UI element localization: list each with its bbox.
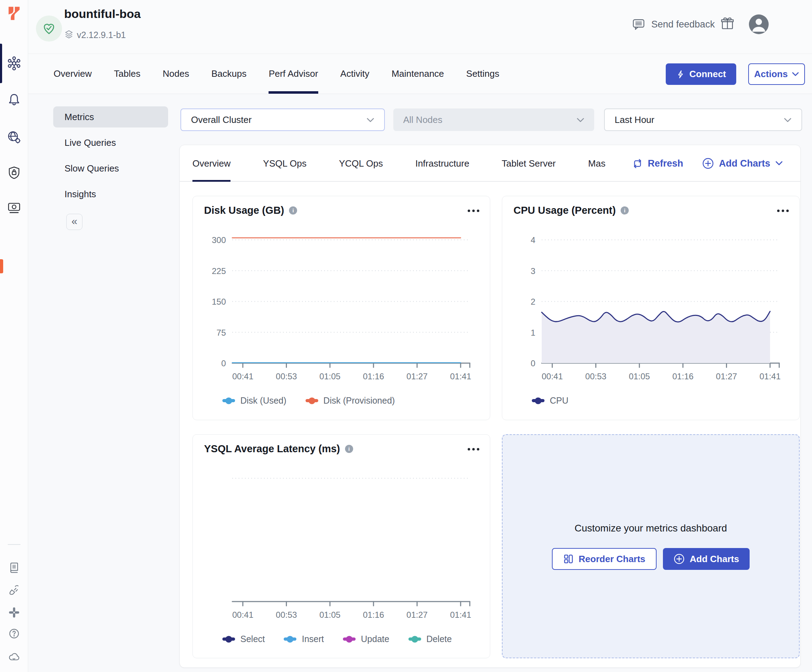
svg-text:01:16: 01:16	[363, 372, 384, 381]
cluster-scope-value: Overall Cluster	[191, 114, 252, 125]
cluster-name: bountiful-boa	[64, 7, 141, 21]
legend-label: Disk (Provisioned)	[324, 396, 395, 406]
legend-item-disk-provisioned-[interactable]: Disk (Provisioned)	[305, 396, 395, 406]
legend-item-insert[interactable]: Insert	[284, 634, 324, 644]
refresh-label: Refresh	[648, 158, 683, 169]
add-charts-dropdown-button[interactable]: Add Charts	[702, 145, 783, 182]
svg-text:01:05: 01:05	[629, 372, 650, 381]
sidenav-item-insights[interactable]: Insights	[53, 184, 168, 205]
yugabyte-logo-icon[interactable]	[5, 4, 23, 22]
refresh-icon	[631, 158, 643, 169]
metrics-tab-tablet-server[interactable]: Tablet Server	[502, 145, 556, 182]
metrics-tab-ycql-ops[interactable]: YCQL Ops	[339, 145, 383, 182]
chart-title: CPU Usage (Percent)	[513, 205, 616, 216]
actions-button[interactable]: Actions	[748, 63, 805, 85]
metrics-panel: OverviewYSQL OpsYCQL OpsInfrastructureTa…	[179, 145, 801, 668]
svg-text:01:27: 01:27	[716, 372, 737, 381]
info-icon[interactable]	[289, 206, 297, 214]
tab-activity[interactable]: Activity	[340, 54, 369, 94]
send-feedback-button[interactable]: Send feedback	[631, 15, 715, 34]
ysql-latency-chart-card: YSQL Average Latency (ms) 00:4100:5301:0…	[193, 434, 490, 658]
legend-item-update[interactable]: Update	[343, 634, 389, 644]
tab-settings[interactable]: Settings	[466, 54, 500, 94]
legend-label: Delete	[426, 634, 452, 644]
cpu-usage-plot: 0123400:4100:5301:0501:1601:2701:41	[502, 229, 784, 388]
metrics-tab-overview[interactable]: Overview	[193, 145, 230, 182]
rail-divider	[8, 544, 20, 545]
add-charts-label: Add Charts	[690, 554, 739, 565]
cloud-shell-icon[interactable]	[6, 649, 22, 664]
disk-usage-plot: 07515022530000:4100:5301:0501:1601:2701:…	[193, 229, 475, 388]
legend-label: Select	[241, 634, 265, 644]
left-edge-accent-tab[interactable]	[0, 259, 3, 273]
legend-item-select[interactable]: Select	[222, 634, 265, 644]
cluster-scope-select[interactable]: Overall Cluster	[181, 109, 385, 131]
info-icon[interactable]	[621, 206, 629, 214]
network-globe-gear-icon[interactable]	[6, 129, 22, 145]
legend-item-cpu[interactable]: CPU	[532, 396, 568, 406]
chevron-down-icon	[792, 72, 799, 77]
sidenav-item-metrics[interactable]: Metrics	[53, 106, 168, 128]
tab-perf-advisor[interactable]: Perf Advisor	[269, 54, 318, 94]
legend-label: Insert	[302, 634, 324, 644]
time-range-select[interactable]: Last Hour	[604, 109, 802, 131]
connect-button[interactable]: Connect	[666, 63, 736, 85]
integrations-plug-icon[interactable]	[6, 582, 22, 598]
user-avatar[interactable]	[749, 14, 769, 34]
svg-text:00:53: 00:53	[276, 372, 297, 381]
legend-marker	[532, 399, 544, 402]
lightning-icon	[676, 70, 685, 79]
metrics-tab-infrastructure[interactable]: Infrastructure	[415, 145, 469, 182]
billing-banknote-icon[interactable]	[6, 200, 22, 216]
metrics-tab-ysql-ops[interactable]: YSQL Ops	[263, 145, 306, 182]
docs-book-icon[interactable]	[6, 560, 22, 575]
legend-item-delete[interactable]: Delete	[408, 634, 452, 644]
svg-text:00:41: 00:41	[542, 372, 563, 381]
connect-label: Connect	[689, 69, 726, 80]
cluster-tab-bar: OverviewTablesNodesBackupsPerf AdvisorAc…	[28, 54, 812, 94]
app-window: bountiful-boa v2.12.9.1-b1 Send feedback	[0, 0, 812, 672]
security-shield-lock-icon[interactable]	[6, 165, 22, 180]
svg-text:2: 2	[531, 297, 536, 306]
customize-dashboard-panel: Customize your metrics dashboard Reorder…	[502, 434, 800, 658]
chart-title: Disk Usage (GB)	[204, 205, 284, 216]
refresh-button[interactable]: Refresh	[631, 145, 683, 182]
svg-text:150: 150	[212, 297, 226, 306]
ysql-latency-plot: 00:4100:5301:0501:1601:2701:41	[193, 468, 475, 627]
reorder-charts-label: Reorder Charts	[579, 554, 645, 565]
tab-maintenance[interactable]: Maintenance	[392, 54, 444, 94]
cluster-version: v2.12.9.1-b1	[77, 30, 126, 40]
sidenav-item-live-queries[interactable]: Live Queries	[53, 132, 168, 153]
tab-tables[interactable]: Tables	[114, 54, 140, 94]
add-charts-button[interactable]: Add Charts	[663, 548, 750, 570]
tab-nodes[interactable]: Nodes	[163, 54, 189, 94]
svg-text:01:05: 01:05	[319, 372, 340, 381]
slack-icon[interactable]	[6, 605, 22, 620]
svg-text:00:53: 00:53	[276, 610, 297, 619]
help-icon[interactable]	[6, 626, 22, 641]
tab-backups[interactable]: Backups	[212, 54, 247, 94]
legend-label: CPU	[550, 396, 568, 406]
svg-text:300: 300	[212, 235, 226, 245]
info-icon[interactable]	[345, 445, 353, 453]
chart-menu-button[interactable]	[468, 209, 479, 212]
svg-text:01:41: 01:41	[759, 372, 781, 381]
chart-menu-button[interactable]	[777, 209, 789, 212]
nodes-select-disabled: All Nodes	[393, 109, 594, 131]
gift-icon[interactable]	[720, 15, 735, 31]
chart-title: YSQL Average Latency (ms)	[204, 443, 340, 455]
collapse-sidenav-button[interactable]	[66, 214, 82, 230]
metrics-tab-mas[interactable]: Mas	[588, 145, 606, 182]
legend-item-disk-used-[interactable]: Disk (Used)	[222, 396, 287, 406]
reorder-charts-button[interactable]: Reorder Charts	[552, 548, 657, 570]
customize-title: Customize your metrics dashboard	[575, 523, 727, 534]
sidenav-item-slow-queries[interactable]: Slow Queries	[53, 158, 168, 179]
svg-text:01:41: 01:41	[450, 610, 471, 619]
tab-overview[interactable]: Overview	[54, 54, 92, 94]
clusters-nav-icon[interactable]	[6, 56, 22, 71]
chart-menu-button[interactable]	[468, 448, 479, 451]
alerts-bell-icon[interactable]	[6, 92, 22, 107]
legend-marker	[305, 399, 318, 402]
add-charts-label: Add Charts	[719, 158, 770, 169]
svg-text:01:05: 01:05	[319, 610, 340, 619]
